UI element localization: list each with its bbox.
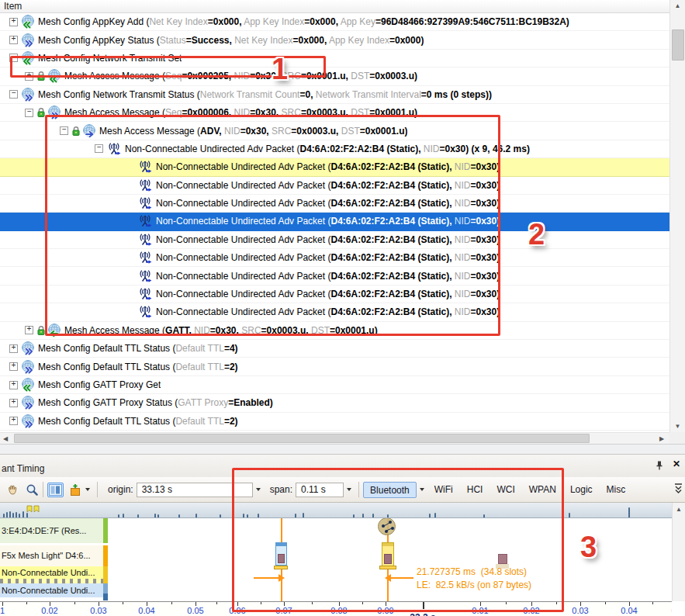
axis-minor-tick: [652, 602, 653, 604]
activity-blip: [19, 514, 20, 517]
tree-row[interactable]: − Mesh Access Message (Seq=0x000006, NID…: [0, 104, 669, 122]
tree-row[interactable]: + Mesh Config AppKey Status (Status=Succ…: [0, 31, 669, 49]
pan-hand-icon[interactable]: [6, 483, 19, 497]
tree-row[interactable]: + Mesh Config GATT Proxy Status (GATT Pr…: [0, 394, 669, 412]
expand-icon[interactable]: +: [9, 344, 18, 353]
protocol-button-hci[interactable]: HCI: [467, 484, 483, 495]
collapse-icon[interactable]: −: [9, 54, 18, 62]
tree-row[interactable]: + Mesh Config Default TTL Status (Defaul…: [0, 358, 669, 375]
tree-row-text: Mesh Config AppKey Status (Status=Succes…: [38, 35, 424, 46]
toolbar-overflow-icon[interactable]: [674, 483, 683, 494]
packet-marker[interactable]: [382, 542, 394, 566]
scroll-left-icon[interactable]: ◀: [2, 435, 9, 442]
protocol-button-wci[interactable]: WCI: [496, 484, 514, 495]
span-input[interactable]: 0.11 s: [296, 483, 344, 497]
axis-label: 0.04: [138, 606, 154, 615]
span-dropdown-icon[interactable]: [347, 488, 351, 491]
timeline-lane-label[interactable]: Non-Connectable Undi...: [0, 566, 103, 579]
tree-row[interactable]: Non-Connectable Undirected Adv Packet (D…: [0, 213, 669, 230]
expand-icon[interactable]: +: [9, 381, 18, 389]
scroll-right-icon[interactable]: ▶: [658, 435, 666, 442]
tree-row[interactable]: Non-Connectable Undirected Adv Packet (D…: [0, 195, 669, 213]
origin-dropdown-icon[interactable]: [256, 488, 261, 491]
activity-blip: [303, 513, 304, 517]
display-options-icon[interactable]: [68, 483, 82, 497]
tree-row[interactable]: Non-Connectable Undirected Adv Packet (D…: [0, 267, 669, 285]
packet-marker[interactable]: [498, 554, 507, 564]
tree-row[interactable]: + Mesh Config AppKey Add (Net Key Index=…: [0, 13, 669, 31]
antenna-icon: [137, 287, 153, 301]
mesh-request-icon: [47, 69, 61, 83]
activity-blip: [118, 514, 119, 517]
tree-row[interactable]: + Mesh Config Default TTL Status (Defaul…: [0, 413, 669, 431]
protocol-button-logic[interactable]: Logic: [570, 484, 593, 495]
scroll-up-icon[interactable]: ▲: [673, 506, 685, 513]
timeline-body[interactable]: 3:E4:D4:DE:7F (Res... F5x Mesh Light" D4…: [0, 518, 672, 601]
zoom-magnifier-icon[interactable]: [26, 483, 39, 497]
antenna-icon: [137, 269, 153, 283]
tree-vertical-scrollbar[interactable]: ▲ ▼: [669, 0, 685, 432]
collapse-icon[interactable]: −: [95, 144, 103, 153]
item-column-header[interactable]: Item: [0, 0, 669, 13]
scroll-up-icon[interactable]: ▲: [670, 2, 685, 9]
origin-input[interactable]: 33.13 s: [137, 483, 253, 497]
packet-marker[interactable]: [275, 542, 287, 566]
chevron-down-icon[interactable]: [85, 488, 90, 491]
close-icon[interactable]: ✕: [670, 459, 683, 471]
tree-row[interactable]: + Mesh Config Default TTL Status (Defaul…: [0, 340, 669, 358]
protocol-button-wpan[interactable]: WPAN: [529, 484, 556, 495]
tree-row[interactable]: Non-Connectable Undirected Adv Packet (D…: [0, 231, 669, 249]
range-flag-icons[interactable]: [26, 504, 40, 515]
activity-blip: [154, 514, 156, 517]
tree-row[interactable]: + Mesh Access Message (Seq=0x000205, NID…: [0, 67, 669, 85]
tree-row[interactable]: Non-Connectable Undirected Adv Packet (D…: [0, 158, 669, 176]
tree-row-text: Mesh Config Network Transmit Set: [38, 53, 182, 64]
tree-horizontal-scrollbar[interactable]: ◀ ▶: [0, 432, 669, 444]
axis-minor-tick: [312, 602, 313, 604]
panel-separator: [0, 444, 685, 454]
mesh-response-icon: [21, 33, 35, 47]
scroll-down-icon[interactable]: ▼: [670, 423, 685, 430]
tree-row[interactable]: − Mesh Config Network Transmit Status (N…: [0, 86, 669, 104]
scrollbar-thumb[interactable]: [14, 434, 590, 443]
tree-row[interactable]: + Mesh Access Message (GATT, NID=0x30, S…: [0, 322, 669, 340]
timeline-lane-label[interactable]: 3:E4:D4:DE:7F (Res...: [0, 518, 103, 543]
tree-row[interactable]: − Mesh Config Network Transmit Set: [0, 50, 669, 67]
tree-row[interactable]: Non-Connectable Undirected Adv Packet (D…: [0, 177, 669, 195]
event-cluster-icon[interactable]: [378, 518, 396, 535]
tree-row[interactable]: − Non-Connectable Undirected Adv Packet …: [0, 140, 669, 158]
expand-icon[interactable]: +: [9, 417, 18, 425]
axis-minor-tick: [261, 602, 261, 604]
bluetooth-dropdown-icon[interactable]: [420, 488, 424, 491]
collapse-icon[interactable]: −: [9, 90, 18, 99]
scrollbar-thumb[interactable]: [672, 29, 684, 61]
collapse-icon[interactable]: −: [60, 126, 68, 135]
expand-icon[interactable]: +: [9, 36, 18, 44]
tree-row[interactable]: Non-Connectable Undirected Adv Packet (D…: [0, 249, 669, 267]
expand-icon[interactable]: +: [25, 72, 33, 81]
tree-row[interactable]: Non-Connectable Undirected Adv Packet (D…: [0, 303, 669, 321]
activity-blip: [628, 507, 630, 517]
expand-icon[interactable]: +: [25, 326, 33, 334]
measure-duration-text: 21.727375 ms (34.8 slots): [417, 566, 527, 577]
expand-icon[interactable]: +: [9, 362, 18, 371]
axis-label: 0.03: [572, 606, 588, 615]
tree-row[interactable]: − Mesh Access Message (ADV, NID=0x30, SR…: [0, 122, 669, 140]
tree-row[interactable]: + Mesh Config GATT Proxy Get: [0, 376, 669, 394]
view-columns-button[interactable]: [47, 483, 64, 497]
activity-blip: [195, 514, 197, 517]
timeline-lane-label[interactable]: Non-Connectable Undi...: [0, 583, 103, 597]
pin-icon[interactable]: [654, 460, 666, 472]
axis-label: 0.02: [523, 606, 539, 615]
protocol-button-wifi[interactable]: WiFi: [434, 484, 453, 495]
protocol-button-misc[interactable]: Misc: [607, 484, 626, 495]
activity-blip: [387, 514, 389, 517]
expand-icon[interactable]: +: [9, 18, 18, 26]
tree-row[interactable]: Non-Connectable Undirected Adv Packet (D…: [0, 286, 669, 303]
expand-icon[interactable]: +: [9, 399, 18, 407]
timeline-vertical-scrollbar[interactable]: ▲: [672, 503, 685, 601]
collapse-icon[interactable]: −: [25, 109, 33, 117]
protocol-button-bluetooth[interactable]: Bluetooth: [363, 482, 417, 498]
timeline-lane-label[interactable]: F5x Mesh Light" D4:6...: [0, 545, 103, 566]
timeline-overview-strip[interactable]: [0, 503, 672, 518]
